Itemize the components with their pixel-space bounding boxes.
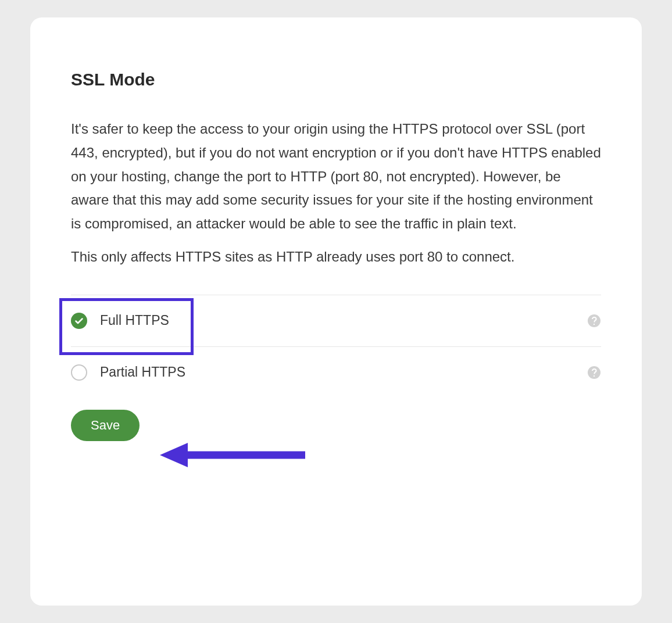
option-full-https[interactable]: Full HTTPS [71,295,601,346]
ssl-mode-card: SSL Mode It's safer to keep the access t… [30,17,642,606]
radio-selected-icon[interactable] [71,313,87,329]
description-paragraph-1: It's safer to keep the access to your or… [71,117,601,236]
card-description: It's safer to keep the access to your or… [71,117,601,269]
radio-unselected-icon[interactable] [71,364,87,381]
ssl-mode-options: Full HTTPS Partial HTTPS [71,295,601,398]
help-icon[interactable] [587,314,601,328]
option-left: Partial HTTPS [71,364,185,381]
option-left: Full HTTPS [71,313,169,329]
help-icon[interactable] [587,366,601,379]
annotation-arrow-icon [160,441,311,470]
card-title: SSL Mode [71,70,601,89]
description-paragraph-2: This only affects HTTPS sites as HTTP al… [71,245,601,269]
save-button[interactable]: Save [71,410,140,441]
svg-marker-3 [160,443,188,467]
option-label: Full HTTPS [100,313,169,328]
option-label: Partial HTTPS [100,364,185,380]
option-partial-https[interactable]: Partial HTTPS [71,346,601,398]
